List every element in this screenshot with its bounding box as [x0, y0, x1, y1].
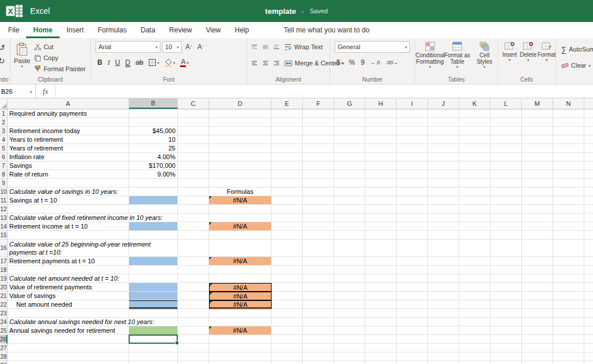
cell-I29[interactable]: [397, 361, 428, 364]
tab-formulas[interactable]: Formulas: [91, 22, 134, 38]
cell-M14[interactable]: [522, 222, 553, 231]
cell-L19[interactable]: [490, 274, 522, 283]
cell-B4[interactable]: 10: [129, 135, 178, 144]
cell-B12[interactable]: [129, 205, 178, 214]
cell-C26[interactable]: [178, 335, 209, 344]
cell-overflow26[interactable]: [584, 335, 593, 344]
cell-N9[interactable]: [553, 179, 584, 187]
cell-overflow24[interactable]: [584, 318, 593, 326]
cell-F12[interactable]: [303, 205, 334, 214]
cell-B7[interactable]: $170,000: [129, 161, 178, 170]
cell-J8[interactable]: [428, 170, 459, 179]
cell-N5[interactable]: [553, 144, 584, 153]
cell-B21[interactable]: [129, 292, 178, 300]
row-header-12[interactable]: 12: [0, 205, 8, 214]
cell-K21[interactable]: [459, 292, 490, 300]
cell-K24[interactable]: [459, 318, 490, 326]
column-header-J[interactable]: J: [428, 98, 459, 109]
cell-J23[interactable]: [428, 309, 459, 318]
cell-E6[interactable]: [272, 153, 303, 161]
cell-H7[interactable]: [365, 161, 397, 170]
cell-M8[interactable]: [522, 170, 553, 179]
cell-E3[interactable]: [272, 127, 303, 135]
cell-K19[interactable]: [459, 274, 490, 283]
cell-N14[interactable]: [553, 222, 584, 231]
select-all-corner[interactable]: [0, 98, 8, 109]
cell-D15[interactable]: [209, 231, 272, 240]
cell-D13[interactable]: [209, 214, 272, 222]
cell-H17[interactable]: [365, 257, 397, 266]
cell-A21[interactable]: Value of savings: [8, 292, 129, 300]
cell-G24[interactable]: [334, 318, 365, 326]
paste-button[interactable]: Paste ▾: [14, 41, 30, 74]
tab-data[interactable]: Data: [134, 22, 162, 38]
cell-L27[interactable]: [490, 344, 522, 352]
cell-E15[interactable]: [272, 231, 303, 240]
italic-button[interactable]: I: [106, 57, 112, 68]
cell-I6[interactable]: [397, 153, 428, 161]
cell-overflow19[interactable]: [584, 274, 593, 283]
cell-K14[interactable]: [459, 222, 490, 231]
cell-E10[interactable]: [272, 187, 303, 196]
cell-A11[interactable]: Savings at t = 10: [8, 196, 129, 205]
cell-E1[interactable]: [272, 109, 303, 118]
cell-N29[interactable]: [553, 361, 584, 364]
row-header-27[interactable]: 27: [0, 344, 8, 352]
cut-button[interactable]: Cut: [32, 42, 87, 52]
cell-B29[interactable]: [129, 361, 178, 364]
cell-C22[interactable]: [178, 300, 209, 309]
cell-D9[interactable]: [209, 179, 272, 187]
cell-M7[interactable]: [522, 161, 553, 170]
cell-F26[interactable]: [303, 335, 334, 344]
cell-L5[interactable]: [490, 144, 522, 153]
cell-D26[interactable]: [209, 335, 272, 344]
cell-A20[interactable]: Value of retirement payments: [8, 283, 129, 292]
row-header-21[interactable]: 21: [0, 292, 8, 300]
cell-L22[interactable]: [490, 300, 522, 309]
align-bottom-button[interactable]: [272, 41, 281, 53]
cell-E14[interactable]: [272, 222, 303, 231]
wrap-text-button[interactable]: Wrap Text: [283, 42, 324, 52]
cell-F28[interactable]: [303, 352, 334, 361]
column-header-M[interactable]: M: [522, 98, 553, 109]
cell-C7[interactable]: [178, 161, 209, 170]
cell-N27[interactable]: [553, 344, 584, 352]
cell-A27[interactable]: [8, 344, 129, 352]
cell-L14[interactable]: [490, 222, 522, 231]
cell-E16[interactable]: [272, 240, 303, 257]
cell-N18[interactable]: [553, 266, 584, 274]
number-format-select[interactable]: General ▾: [335, 41, 410, 53]
cell-N10[interactable]: [553, 187, 584, 196]
cell-K2[interactable]: [459, 118, 490, 127]
cell-H18[interactable]: [365, 266, 397, 274]
redo-button[interactable]: ↻: [0, 56, 5, 65]
cell-E8[interactable]: [272, 170, 303, 179]
cell-E13[interactable]: [272, 214, 303, 222]
undo-button[interactable]: ↺: [0, 43, 5, 52]
row-header-6[interactable]: 6: [0, 153, 8, 161]
cell-L20[interactable]: [490, 283, 522, 292]
cell-J16[interactable]: [428, 240, 459, 257]
cell-J19[interactable]: [428, 274, 459, 283]
cell-E25[interactable]: [272, 326, 303, 335]
cell-F29[interactable]: [303, 361, 334, 364]
row-header-13[interactable]: 13: [0, 214, 8, 222]
cell-J3[interactable]: [428, 127, 459, 135]
cell-overflow4[interactable]: [584, 135, 593, 144]
cell-B23[interactable]: [129, 309, 178, 318]
cell-overflow21[interactable]: [584, 292, 593, 300]
name-box[interactable]: B26 ▾: [0, 84, 36, 98]
cell-D27[interactable]: [209, 344, 272, 352]
cell-C3[interactable]: [178, 127, 209, 135]
cell-F13[interactable]: [303, 214, 334, 222]
row-header-14[interactable]: 14: [0, 222, 8, 231]
cell-A1[interactable]: Required annuity payments: [8, 109, 129, 118]
cell-J28[interactable]: [428, 352, 459, 361]
cell-C15[interactable]: [178, 231, 209, 240]
cell-G17[interactable]: [334, 257, 365, 266]
cell-G5[interactable]: [334, 144, 365, 153]
cell-H15[interactable]: [365, 231, 397, 240]
cell-overflow7[interactable]: [584, 161, 593, 170]
clear-button[interactable]: Clear ▾: [559, 60, 593, 71]
cell-E23[interactable]: [272, 309, 303, 318]
